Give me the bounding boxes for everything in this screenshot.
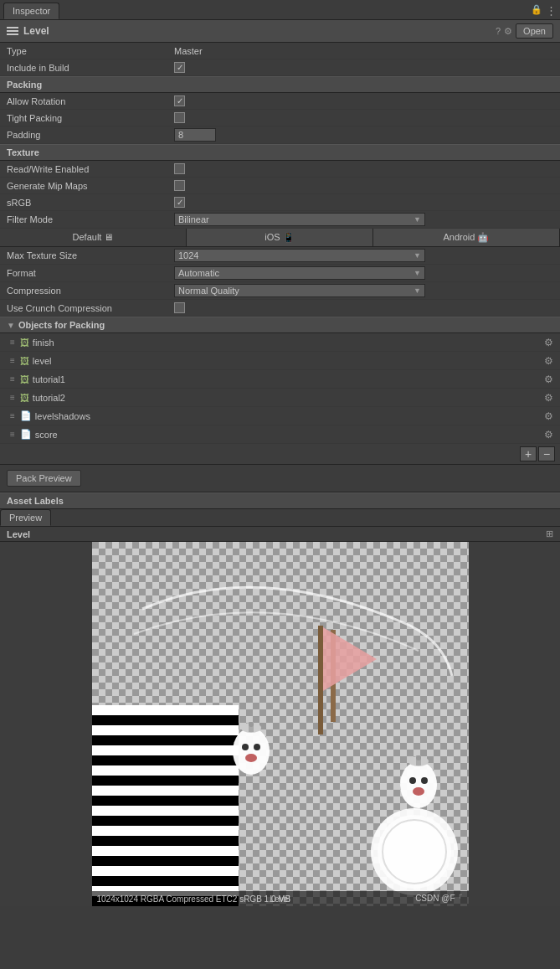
item-icon: 🖼 [20,374,29,384]
list-item: ≡ 📄 score ⚙ [0,425,560,444]
crunch-checkbox[interactable] [174,302,185,313]
compression-label: Compression [7,286,174,296]
drag-handle[interactable]: ≡ [10,374,15,384]
android-tab-label: Android [444,232,475,242]
header-row: Level ? ⚙ Open [0,20,560,43]
list-item: ≡ 🖼 level ⚙ [0,352,560,370]
gen-mip-row: Generate Mip Maps [0,178,560,194]
item-gear[interactable]: ⚙ [544,374,553,385]
srgb-checkbox[interactable] [174,197,185,208]
filter-mode-row: Filter Mode Bilinear ▼ [0,211,560,229]
ios-icon: 📱 [283,232,295,242]
svg-point-10 [400,761,437,808]
gen-mip-checkbox[interactable] [174,180,185,191]
preview-info-bar: Level 1024x1024 RGBA Compressed ETC2 sRG… [92,891,469,906]
tab-icons: 🔒 ⋮ [531,4,557,17]
item-name: finish [33,338,544,348]
tab-android[interactable]: Android 🤖 [373,229,560,246]
padding-label: Padding [7,130,174,140]
svg-point-4 [242,744,249,750]
allow-rotation-checkbox[interactable] [174,95,185,106]
svg-point-13 [413,787,424,796]
pack-preview-button[interactable]: Pack Preview [7,470,81,487]
svg-point-9 [249,722,254,727]
crunch-row: Use Crunch Compression [0,300,560,317]
preview-tab[interactable]: Preview [0,509,51,526]
asset-labels-bar: Asset Labels [0,492,560,509]
format-dropdown[interactable]: Automatic ▼ [174,266,425,280]
tab-ios[interactable]: iOS 📱 [187,229,373,246]
preview-image-container: Level 1024x1024 RGBA Compressed ETC2 sRG… [0,542,560,906]
svg-rect-0 [318,626,323,734]
item-name: levelshadows [35,411,544,421]
include-checkbox[interactable] [174,62,185,73]
item-icon: 📄 [20,429,32,440]
compression-dropdown[interactable]: Normal Quality ▼ [174,284,425,297]
preview-tab-bar: Preview [0,509,560,527]
texture-section-header: Texture [0,144,560,161]
tight-packing-row: Tight Packing [0,110,560,126]
padding-row: Padding [0,126,560,144]
header-right: ? ⚙ Open [496,23,553,39]
platform-tabs: Default 🖥 iOS 📱 Android 🤖 [0,229,560,247]
read-write-checkbox[interactable] [174,163,185,174]
svg-point-6 [245,754,257,762]
preview-level-icon: ⊞ [546,528,553,539]
list-item: ≡ 🖼 finish ⚙ [0,333,560,352]
item-name: tutorial1 [33,374,544,384]
max-texture-arrow: ▼ [414,251,421,260]
srgb-label: sRGB [7,198,174,208]
game-elements-svg [92,542,469,906]
drag-handle[interactable]: ≡ [10,356,15,365]
item-gear[interactable]: ⚙ [544,410,553,422]
crunch-label: Use Crunch Compression [7,303,174,313]
tab-default[interactable]: Default 🖥 [0,229,187,246]
svg-marker-2 [323,627,377,691]
item-name: level [33,356,544,366]
type-row: Type Master [0,43,560,59]
tab-bar: Inspector 🔒 ⋮ [0,0,560,20]
objects-packing-label: Objects for Packing [18,320,105,330]
svg-point-3 [233,728,270,775]
pack-preview-row: Pack Preview [0,465,560,492]
item-gear[interactable]: ⚙ [544,392,553,404]
preview-center-label: Level [270,894,290,904]
include-build-row: Include in Build [0,59,560,76]
header-title: Level [23,25,49,37]
compression-arrow: ▼ [414,286,421,295]
inspector-tab[interactable]: Inspector [3,3,59,19]
svg-point-19 [383,820,446,884]
item-icon: 📄 [20,410,32,421]
item-icon: 🖼 [20,338,29,348]
drag-handle[interactable]: ≡ [10,338,15,347]
item-gear[interactable]: ⚙ [544,337,553,348]
svg-point-16 [416,755,421,760]
drag-handle[interactable]: ≡ [10,393,15,402]
item-name: tutorial2 [33,393,544,403]
include-label: Include in Build [7,63,174,73]
settings-icon: ⚙ [504,26,512,37]
item-icon: 🖼 [20,356,29,366]
objects-packing-header[interactable]: ▼ Objects for Packing [0,317,560,333]
open-button[interactable]: Open [516,23,553,39]
default-tab-label: Default [73,232,102,242]
remove-item-button[interactable]: − [538,446,555,461]
drag-handle[interactable]: ≡ [10,411,15,420]
max-texture-dropdown[interactable]: 1024 ▼ [174,249,425,262]
allow-rotation-label: Allow Rotation [7,96,174,106]
hamburger-icon[interactable] [7,27,18,35]
preview-canvas: Level 1024x1024 RGBA Compressed ETC2 sRG… [92,542,469,906]
max-texture-label: Max Texture Size [7,250,174,260]
drag-handle[interactable]: ≡ [10,430,15,439]
max-texture-row: Max Texture Size 1024 ▼ [0,247,560,265]
item-gear[interactable]: ⚙ [544,355,553,367]
objects-list: ≡ 🖼 finish ⚙ ≡ 🖼 level ⚙ ≡ 🖼 tutorial1 ⚙… [0,333,560,444]
gen-mip-label: Generate Mip Maps [7,181,174,191]
item-gear[interactable]: ⚙ [544,429,553,441]
svg-point-5 [254,744,260,750]
tight-packing-checkbox[interactable] [174,112,185,123]
help-icon: ? [496,26,501,36]
filter-mode-dropdown[interactable]: Bilinear ▼ [174,213,425,226]
add-item-button[interactable]: + [520,446,537,461]
padding-input[interactable] [174,128,216,142]
